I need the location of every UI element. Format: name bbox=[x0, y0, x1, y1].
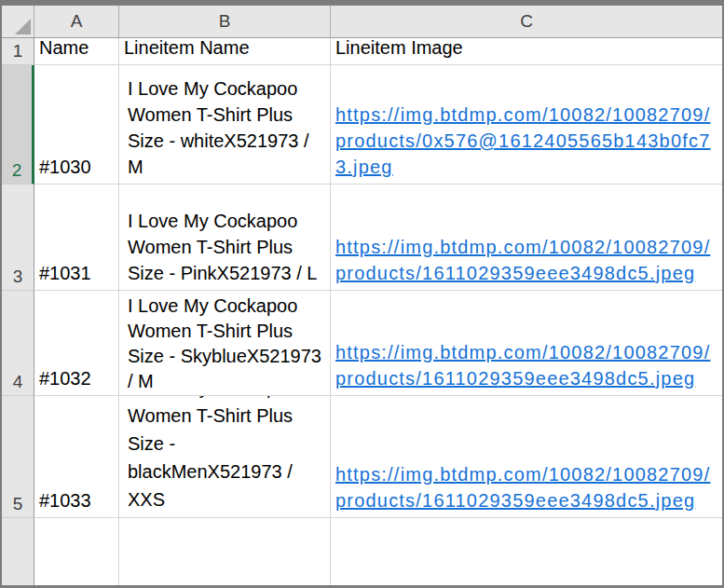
cell-a2-text: #1030 bbox=[39, 154, 115, 180]
cell-a6[interactable] bbox=[34, 518, 119, 585]
cell-a5[interactable]: #1033 bbox=[34, 396, 119, 518]
row-header-1[interactable]: 1 bbox=[2, 38, 34, 65]
cell-c1[interactable]: Lineitem Image bbox=[331, 38, 722, 65]
hyperlink-cell-c4[interactable]: https://img.btdmp.com/10082/10082709/pro… bbox=[335, 339, 718, 391]
row-header-2[interactable]: 2 bbox=[2, 65, 34, 185]
cell-c5[interactable]: https://img.btdmp.com/10082/10082709/pro… bbox=[331, 396, 722, 518]
cell-a5-text: #1033 bbox=[39, 487, 115, 513]
cell-b5-text: I Love My Cockapoo Women T-Shirt Plus Si… bbox=[128, 396, 326, 513]
cell-b1[interactable]: Lineitem Name bbox=[119, 38, 331, 65]
cell-c4[interactable]: https://img.btdmp.com/10082/10082709/pro… bbox=[331, 291, 722, 396]
select-all-triangle-icon bbox=[15, 19, 31, 34]
row-header-4[interactable]: 4 bbox=[2, 291, 34, 396]
cell-b2-text: I Love My Cockapoo Women T-Shirt Plus Si… bbox=[128, 75, 326, 180]
cell-c6[interactable] bbox=[331, 518, 722, 585]
hyperlink-cell-c2[interactable]: https://img.btdmp.com/10082/10082709/pro… bbox=[335, 102, 718, 180]
cell-a1-text: Name bbox=[39, 38, 115, 61]
hyperlink-cell-c5[interactable]: https://img.btdmp.com/10082/10082709/pro… bbox=[335, 461, 718, 513]
cell-b3[interactable]: I Love My Cockapoo Women T-Shirt Plus Si… bbox=[119, 185, 331, 291]
cell-b5[interactable]: I Love My Cockapoo Women T-Shirt Plus Si… bbox=[119, 396, 331, 518]
cell-b1-text: Lineitem Name bbox=[124, 38, 326, 61]
cell-c2[interactable]: https://img.btdmp.com/10082/10082709/pro… bbox=[331, 65, 722, 185]
spreadsheet-grid: A B C 1 Name Lineitem Name Lineitem Imag… bbox=[2, 6, 722, 585]
table-row-1: 1 Name Lineitem Name Lineitem Image bbox=[2, 38, 722, 65]
window-frame: A B C 1 Name Lineitem Name Lineitem Imag… bbox=[0, 0, 724, 588]
cell-a1[interactable]: Name bbox=[34, 38, 119, 65]
row-header-3[interactable]: 3 bbox=[2, 185, 34, 291]
cell-a3[interactable]: #1031 bbox=[34, 185, 119, 291]
select-all-button[interactable] bbox=[2, 6, 34, 38]
cell-a2[interactable]: #1030 bbox=[34, 65, 119, 185]
cell-c1-text: Lineitem Image bbox=[335, 38, 718, 61]
table-row-2: 2 #1030 I Love My Cockapoo Women T-Shirt… bbox=[2, 65, 722, 185]
table-row-4: 4 #1032 I Love My Cockapoo Women T-Shirt… bbox=[2, 291, 722, 396]
cell-b4-text: I Love My Cockapoo Women T-Shirt Plus Si… bbox=[128, 294, 326, 394]
row-header-6[interactable] bbox=[2, 518, 34, 585]
cell-b4[interactable]: I Love My Cockapoo Women T-Shirt Plus Si… bbox=[119, 291, 331, 396]
column-header-c[interactable]: C bbox=[331, 6, 722, 38]
cell-a4[interactable]: #1032 bbox=[34, 291, 119, 396]
column-header-b[interactable]: B bbox=[119, 6, 331, 38]
cell-b2[interactable]: I Love My Cockapoo Women T-Shirt Plus Si… bbox=[119, 65, 331, 185]
cell-a3-text: #1031 bbox=[39, 260, 115, 286]
cell-a4-text: #1032 bbox=[39, 365, 115, 391]
hyperlink-cell-c3[interactable]: https://img.btdmp.com/10082/10082709/pro… bbox=[335, 234, 718, 286]
table-row-5: 5 #1033 I Love My Cockapoo Women T-Shirt… bbox=[2, 396, 722, 518]
cell-b6[interactable] bbox=[119, 518, 331, 585]
column-header-row: A B C bbox=[2, 6, 722, 38]
column-header-a[interactable]: A bbox=[34, 6, 119, 38]
cell-b3-text: I Love My Cockapoo Women T-Shirt Plus Si… bbox=[128, 208, 326, 286]
table-row-6 bbox=[2, 518, 722, 585]
table-row-3: 3 #1031 I Love My Cockapoo Women T-Shirt… bbox=[2, 185, 722, 291]
row-header-5[interactable]: 5 bbox=[2, 396, 34, 518]
cell-c3[interactable]: https://img.btdmp.com/10082/10082709/pro… bbox=[331, 185, 722, 291]
